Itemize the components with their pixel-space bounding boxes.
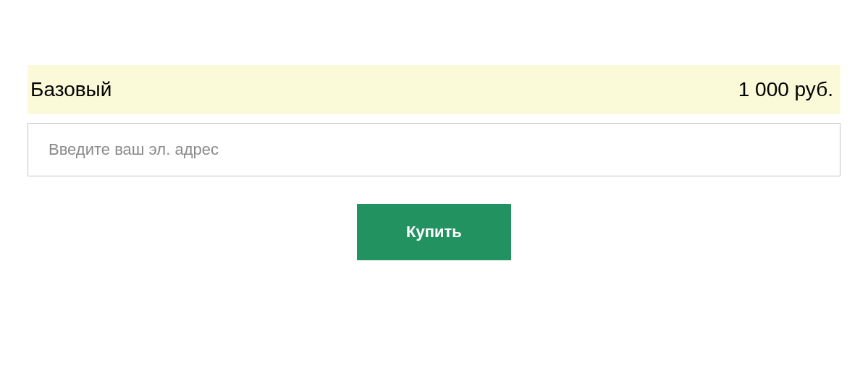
plan-name: Базовый <box>30 78 111 101</box>
email-field[interactable] <box>28 123 840 176</box>
plan-price: 1 000 руб. <box>738 78 833 101</box>
buy-button[interactable]: Купить <box>357 204 511 260</box>
plan-header: Базовый 1 000 руб. <box>28 65 840 114</box>
button-row: Купить <box>28 204 840 260</box>
purchase-form: Базовый 1 000 руб. Купить <box>0 0 868 260</box>
